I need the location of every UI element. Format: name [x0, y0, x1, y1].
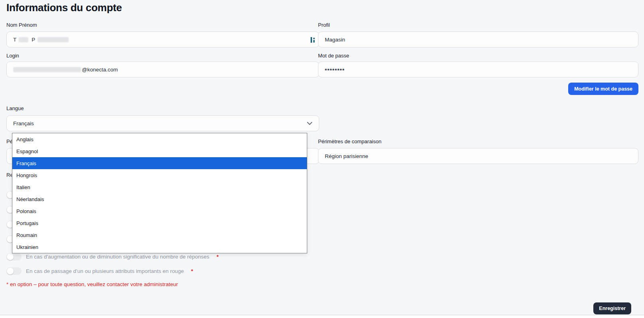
profil-input[interactable]: Magasin: [318, 32, 638, 47]
login-label: Login: [6, 53, 19, 59]
langue-selected-value: Français: [13, 120, 34, 126]
nom-prenom-label: Nom Prénom: [6, 22, 37, 28]
perimetres-input[interactable]: Région parisienne: [318, 148, 638, 164]
account-info-page: Informations du compte Nom Prénom T P Lo…: [0, 0, 644, 315]
prenom-fragment: P: [32, 37, 35, 43]
save-button[interactable]: Enregistrer: [593, 302, 631, 314]
mot-de-passe-value: ********: [325, 65, 345, 73]
redacted-text: [13, 67, 81, 72]
toggle-knob: [7, 268, 14, 275]
redacted-text: [38, 37, 69, 42]
redacted-text: [19, 37, 28, 42]
langue-label: Langue: [6, 105, 24, 111]
toggle-label: En cas d'augmentation ou de diminution s…: [26, 254, 209, 260]
toggle-label: En cas de passage d'un ou plusieurs attr…: [26, 268, 184, 274]
profil-value: Magasin: [325, 37, 345, 43]
toggle-switch[interactable]: [6, 253, 22, 261]
language-option[interactable]: Roumain: [12, 229, 307, 241]
mot-de-passe-input[interactable]: ********: [318, 61, 638, 77]
language-option[interactable]: Italien: [12, 181, 307, 193]
mot-de-passe-label: Mot de passe: [318, 53, 349, 59]
language-option[interactable]: Portugais: [12, 217, 307, 229]
profil-label: Profil: [318, 22, 330, 28]
toggle-knob: [7, 253, 14, 260]
chevron-down-icon: [307, 122, 312, 125]
required-asterisk: *: [217, 254, 219, 260]
language-option[interactable]: Néerlandais: [12, 193, 307, 205]
language-dropdown-list: AnglaisEspagnolFrançaisHongroisItalienNé…: [12, 133, 307, 253]
login-domain-suffix: @konecta.com: [82, 67, 118, 73]
language-option[interactable]: Hongrois: [12, 169, 307, 181]
perimetres-label: Périmètres de comparaison: [318, 138, 381, 144]
alert-toggle-row: En cas d'augmentation ou de diminution s…: [6, 253, 219, 261]
alert-toggle-row: En cas de passage d'un ou plusieurs attr…: [6, 267, 193, 275]
required-asterisk: *: [191, 268, 193, 274]
required-footnote: * en option – pour toute question, veuil…: [6, 281, 178, 287]
login-input[interactable]: @konecta.com: [6, 61, 319, 77]
modify-password-button[interactable]: Modifier le mot de passe: [568, 83, 638, 95]
page-title: Informations du compte: [6, 2, 122, 14]
language-option[interactable]: Espagnol: [12, 145, 307, 157]
perimetres-value: Région parisienne: [325, 153, 368, 159]
extension-bars-icon[interactable]: [310, 37, 316, 43]
nom-prenom-fragment: T: [13, 37, 16, 43]
language-option[interactable]: Ukrainien: [12, 241, 307, 253]
nom-prenom-input[interactable]: T P: [6, 32, 319, 47]
langue-select[interactable]: Français: [6, 115, 319, 131]
language-option[interactable]: Français: [12, 157, 307, 169]
language-option[interactable]: Anglais: [12, 133, 307, 145]
toggle-switch[interactable]: [6, 267, 22, 275]
language-option[interactable]: Polonais: [12, 205, 307, 217]
